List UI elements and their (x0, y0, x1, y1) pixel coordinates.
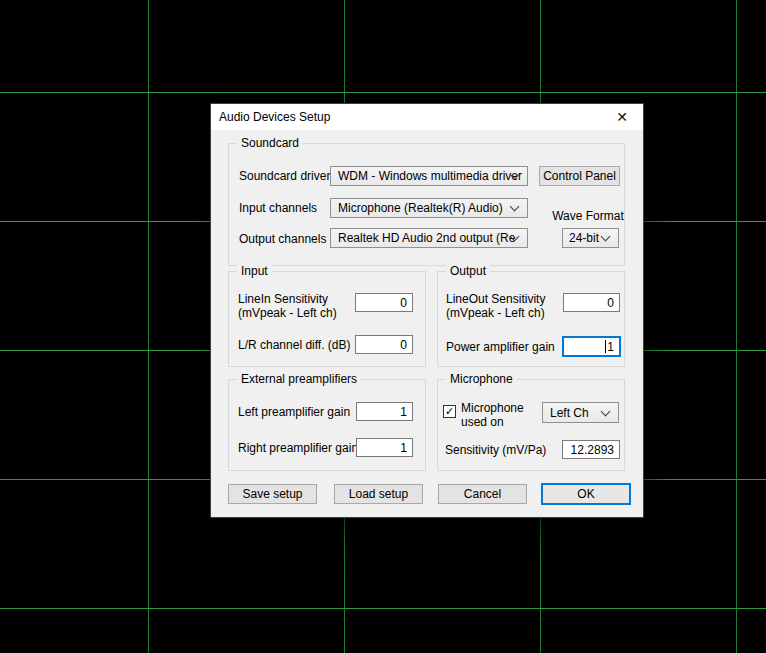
input-channels-value: Microphone (Realtek(R) Audio) (338, 201, 503, 215)
sensitivity-value: 12.2893 (571, 443, 614, 457)
soundcard-driver-label: Soundcard driver (239, 169, 330, 183)
chevron-down-icon (601, 232, 611, 242)
save-setup-button[interactable]: Save setup (228, 484, 317, 504)
output-channels-value: Realtek HD Audio 2nd output (Re (338, 231, 515, 245)
linein-sensitivity-input[interactable]: 0 (355, 293, 413, 312)
chevron-down-icon (601, 406, 611, 416)
left-preamplifier-gain-value: 1 (400, 405, 407, 419)
input-group-legend: Input (237, 264, 272, 278)
power-amplifier-gain-value: 1 (607, 340, 614, 354)
wave-format-label: Wave Format (550, 209, 626, 223)
checkmark-icon: ✓ (445, 406, 454, 417)
audio-devices-setup-dialog: Audio Devices Setup ✕ Soundcard Soundcar… (211, 104, 643, 517)
close-icon[interactable]: ✕ (601, 104, 643, 130)
cancel-button-label: Cancel (464, 487, 501, 501)
ok-button[interactable]: OK (541, 483, 631, 505)
output-channels-label: Output channels (239, 232, 326, 246)
soundcard-driver-select[interactable]: WDM - Windows multimedia driver (330, 166, 528, 186)
lr-channel-diff-value: 0 (400, 338, 407, 352)
lineout-sensitivity-label-line1: LineOut Sensitivity (446, 292, 545, 306)
left-preamplifier-gain-label: Left preamplifier gain (238, 405, 350, 419)
microphone-used-checkbox[interactable]: ✓ (443, 405, 456, 418)
microphone-used-label-line2: used on (461, 415, 504, 429)
soundcard-driver-value: WDM - Windows multimedia driver (338, 169, 522, 183)
right-preamplifier-gain-value: 1 (400, 441, 407, 455)
microphone-channel-select[interactable]: Left Ch (542, 402, 619, 423)
linein-sensitivity-label-line1: LineIn Sensitivity (238, 292, 328, 306)
save-setup-button-label: Save setup (242, 487, 302, 501)
power-amplifier-gain-label: Power amplifier gain (446, 340, 555, 354)
cancel-button[interactable]: Cancel (438, 484, 527, 504)
lineout-sensitivity-label-line2: (mVpeak - Left ch) (446, 306, 545, 320)
title-bar[interactable]: Audio Devices Setup ✕ (211, 104, 643, 130)
lr-channel-diff-input[interactable]: 0 (355, 335, 413, 354)
soundcard-group-legend: Soundcard (237, 136, 303, 150)
control-panel-button[interactable]: Control Panel (539, 166, 620, 186)
control-panel-button-label: Control Panel (543, 169, 616, 183)
microphone-used-label-line1: Microphone (461, 401, 524, 415)
wave-format-select[interactable]: 24-bit (562, 228, 619, 248)
output-group-legend: Output (446, 264, 490, 278)
text-cursor (605, 340, 606, 353)
right-preamplifier-gain-label: Right preamplifier gain (238, 441, 358, 455)
wave-format-value: 24-bit (569, 231, 599, 245)
lineout-sensitivity-value: 0 (607, 296, 614, 310)
external-preamplifiers-group: External preamplifiers (228, 379, 426, 471)
chevron-down-icon (510, 202, 520, 212)
load-setup-button-label: Load setup (349, 487, 408, 501)
linein-sensitivity-label-line2: (mVpeak - Left ch) (238, 306, 337, 320)
microphone-channel-value: Left Ch (550, 406, 589, 420)
external-preamplifiers-legend: External preamplifiers (237, 372, 361, 386)
load-setup-button[interactable]: Load setup (334, 484, 423, 504)
input-channels-select[interactable]: Microphone (Realtek(R) Audio) (330, 198, 528, 218)
right-preamplifier-gain-input[interactable]: 1 (356, 438, 413, 457)
sensitivity-input[interactable]: 12.2893 (562, 440, 620, 459)
oscilloscope-grid-background: Audio Devices Setup ✕ Soundcard Soundcar… (0, 0, 766, 653)
input-channels-label: Input channels (239, 201, 317, 215)
lineout-sensitivity-input[interactable]: 0 (563, 293, 620, 312)
ok-button-label: OK (577, 487, 594, 501)
linein-sensitivity-value: 0 (400, 296, 407, 310)
sensitivity-label: Sensitivity (mV/Pa) (445, 443, 546, 457)
microphone-group-legend: Microphone (446, 372, 517, 386)
power-amplifier-gain-input[interactable]: 1 (562, 336, 621, 357)
lr-channel-diff-label: L/R channel diff. (dB) (238, 338, 351, 352)
left-preamplifier-gain-input[interactable]: 1 (356, 402, 413, 421)
output-channels-select[interactable]: Realtek HD Audio 2nd output (Re (330, 228, 528, 248)
dialog-title: Audio Devices Setup (211, 110, 330, 124)
